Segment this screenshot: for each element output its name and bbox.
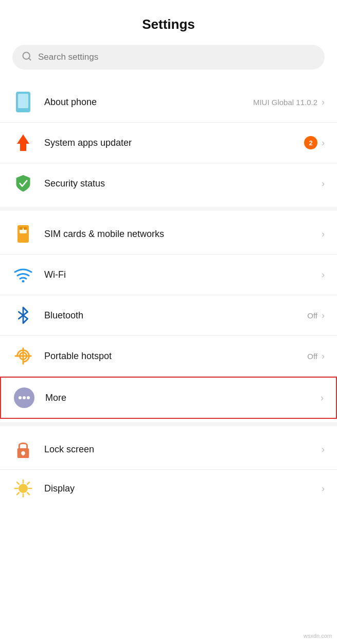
display-content: Display [44, 483, 322, 494]
settings-item-about-phone[interactable]: About phone MIUI Global 11.0.2 › [0, 82, 337, 122]
more-chevron: › [321, 393, 324, 403]
bluetooth-right: Off › [307, 310, 325, 321]
watermark: wsxdn.com [304, 633, 332, 639]
svg-rect-7 [20, 227, 23, 230]
search-bar[interactable] [12, 45, 325, 70]
wifi-content: Wi-Fi [44, 269, 322, 280]
section-divider-2 [0, 422, 337, 426]
display-right: › [322, 483, 325, 494]
wifi-right: › [322, 269, 325, 280]
search-icon [22, 51, 32, 63]
section-divider-1 [0, 207, 337, 211]
wifi-icon [12, 264, 34, 285]
sim-cards-label: SIM cards & mobile networks [44, 229, 322, 240]
settings-item-display[interactable]: Display › [0, 470, 337, 507]
system-apps-updater-badge: 2 [304, 136, 317, 149]
wifi-label: Wi-Fi [44, 269, 322, 280]
svg-point-19 [19, 484, 28, 493]
svg-rect-18 [23, 453, 24, 456]
svg-point-15 [27, 396, 30, 399]
svg-rect-8 [24, 227, 27, 230]
wifi-chevron: › [322, 269, 325, 280]
svg-line-24 [17, 482, 19, 484]
sim-cards-chevron: › [322, 229, 325, 240]
about-phone-chevron: › [322, 97, 325, 108]
bluetooth-icon [12, 304, 34, 326]
page-title: Settings [10, 16, 327, 32]
svg-marker-4 [17, 134, 29, 151]
phone-icon [12, 91, 34, 113]
display-chevron: › [322, 483, 325, 494]
about-phone-label: About phone [44, 97, 253, 108]
svg-line-26 [27, 482, 29, 484]
settings-item-more[interactable]: More › [0, 377, 337, 419]
settings-item-lock-screen[interactable]: Lock screen › [0, 429, 337, 469]
system-apps-updater-right: 2 › [304, 136, 325, 149]
settings-item-wifi[interactable]: Wi-Fi › [0, 255, 337, 295]
security-status-chevron: › [322, 178, 325, 189]
bluetooth-label: Bluetooth [44, 310, 307, 321]
section-display: Lock screen › D [0, 426, 337, 510]
sim-cards-content: SIM cards & mobile networks [44, 229, 322, 240]
security-status-right: › [322, 178, 325, 189]
portable-hotspot-value: Off [307, 352, 317, 361]
system-apps-updater-content: System apps updater [44, 138, 304, 148]
more-icon [13, 387, 35, 409]
svg-point-14 [23, 396, 26, 399]
about-phone-content: About phone [44, 97, 253, 108]
settings-item-system-apps-updater[interactable]: System apps updater 2 › [0, 123, 337, 163]
svg-point-9 [22, 280, 25, 283]
lock-screen-label: Lock screen [44, 444, 322, 455]
more-right: › [321, 393, 324, 403]
lock-screen-content: Lock screen [44, 444, 322, 455]
more-label: More [45, 393, 321, 403]
settings-item-sim-cards[interactable]: SIM cards & mobile networks › [0, 214, 337, 254]
more-content: More [45, 393, 321, 403]
portable-hotspot-right: Off › [307, 351, 325, 362]
settings-item-portable-hotspot[interactable]: Portable hotspot Off › [0, 336, 337, 376]
section-top: About phone MIUI Global 11.0.2 › System … [0, 79, 337, 207]
search-bar-container [0, 42, 337, 79]
display-icon [12, 478, 34, 499]
bluetooth-chevron: › [322, 310, 325, 321]
settings-item-security-status[interactable]: Security status › [0, 163, 337, 204]
settings-item-bluetooth[interactable]: Bluetooth Off › [0, 295, 337, 335]
svg-rect-3 [18, 94, 28, 108]
svg-line-27 [17, 493, 19, 495]
system-apps-updater-label: System apps updater [44, 138, 304, 148]
bluetooth-value: Off [307, 311, 317, 320]
portable-hotspot-chevron: › [322, 351, 325, 362]
lock-icon [12, 438, 34, 460]
shield-icon [12, 173, 34, 194]
sim-cards-right: › [322, 229, 325, 240]
security-status-content: Security status [44, 178, 322, 189]
svg-line-25 [27, 493, 29, 495]
svg-rect-5 [17, 225, 29, 243]
system-apps-updater-chevron: › [322, 138, 325, 148]
about-phone-right: MIUI Global 11.0.2 › [253, 97, 325, 108]
search-input[interactable] [38, 52, 315, 62]
arrow-up-icon [12, 132, 34, 154]
lock-screen-right: › [322, 444, 325, 455]
bluetooth-content: Bluetooth [44, 310, 307, 321]
sim-icon [12, 223, 34, 245]
page-header: Settings [0, 0, 337, 42]
section-network: SIM cards & mobile networks › Wi-Fi › [0, 211, 337, 422]
svg-line-1 [29, 58, 31, 60]
svg-point-13 [19, 396, 22, 399]
display-label: Display [44, 483, 322, 494]
lock-screen-chevron: › [322, 444, 325, 455]
portable-hotspot-content: Portable hotspot [44, 351, 307, 362]
hotspot-icon [12, 345, 34, 367]
about-phone-value: MIUI Global 11.0.2 [253, 98, 317, 107]
portable-hotspot-label: Portable hotspot [44, 351, 307, 362]
security-status-label: Security status [44, 178, 322, 189]
